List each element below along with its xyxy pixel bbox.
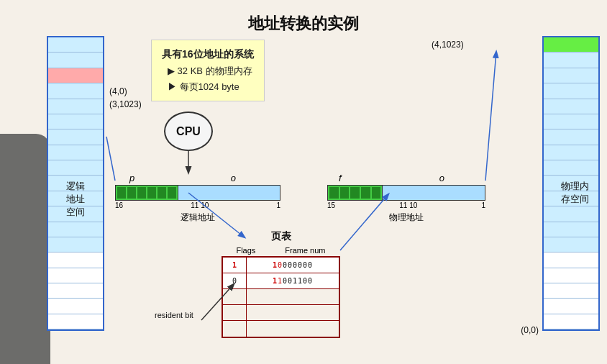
col-frame-label: Frame num bbox=[285, 246, 325, 255]
logic-bar-numbers: 16 11 10 1 bbox=[115, 201, 280, 209]
phys-bar-o-segment bbox=[383, 186, 485, 200]
logical-addr-label: 逻辑地址 bbox=[115, 211, 280, 224]
physical-space-label: 物理内存空间 bbox=[552, 180, 598, 206]
svg-line-1 bbox=[106, 137, 115, 181]
page-table-title: 页表 bbox=[222, 230, 340, 243]
phys-bar-f-segment bbox=[328, 186, 383, 200]
pt-cell-frame-3 bbox=[247, 305, 339, 320]
table-row: 0 11001100 bbox=[223, 273, 339, 289]
svg-line-4 bbox=[485, 52, 496, 181]
pt-cell-frame-0: 10000000 bbox=[247, 258, 339, 273]
phys-bar bbox=[327, 185, 485, 201]
person-silhouette bbox=[0, 134, 50, 364]
page-title: 地址转换的实例 bbox=[248, 13, 359, 35]
col-flags-label: Flags bbox=[236, 246, 255, 255]
pt-cell-flag-0: 1 bbox=[223, 258, 247, 273]
page-table-container: 页表 Flags Frame num 1 10000000 0 11001100 bbox=[222, 230, 340, 338]
info-bullet1: ▶ 32 KB 的物理内存 bbox=[162, 63, 254, 79]
table-row: 1 10000000 bbox=[223, 258, 339, 273]
info-box: 具有16位地址的系统 ▶ 32 KB 的物理内存 ▶ 每页1024 byte bbox=[151, 40, 265, 101]
addr-top-left1: (4,0) bbox=[109, 86, 127, 96]
pt-cell-flag-4 bbox=[223, 321, 247, 337]
table-row bbox=[223, 305, 339, 321]
logic-bar-p-label: p bbox=[129, 173, 134, 183]
addr-top-right: (4,1023) bbox=[432, 40, 464, 50]
slide: 地址转换的实例 具有16位地址的系统 ▶ 32 KB 的物理内存 ▶ 每页102… bbox=[0, 0, 607, 364]
physical-address-bar: f o 15 11 10 1 物理地址 bbox=[327, 173, 485, 224]
info-bullet2: ▶ 每页1024 byte bbox=[162, 79, 254, 95]
cpu-circle: CPU bbox=[164, 112, 213, 151]
logic-bar-o-segment bbox=[178, 186, 280, 200]
phys-bar-f-label: f bbox=[339, 173, 342, 183]
table-row bbox=[223, 289, 339, 305]
cpu-label: CPU bbox=[176, 125, 201, 138]
logic-bar bbox=[115, 185, 280, 201]
pt-cell-frame-2 bbox=[247, 289, 339, 304]
logic-bar-o-label: o bbox=[231, 173, 236, 183]
pt-cell-flag-1: 0 bbox=[223, 273, 247, 288]
pt-cell-frame-1: 11001100 bbox=[247, 273, 339, 288]
phys-bar-numbers: 15 11 10 1 bbox=[327, 201, 485, 209]
info-main-line: 具有16位地址的系统 bbox=[162, 46, 254, 63]
addr-bottom-right: (0,0) bbox=[521, 325, 539, 335]
pt-cell-frame-4 bbox=[247, 321, 339, 337]
addr-top-left2: (3,1023) bbox=[109, 99, 142, 109]
table-row bbox=[223, 321, 339, 337]
page-table: 1 10000000 0 11001100 bbox=[222, 256, 340, 338]
logical-space-label: 逻辑地址空间 bbox=[54, 180, 97, 219]
pt-cell-flag-3 bbox=[223, 305, 247, 320]
physical-addr-label: 物理地址 bbox=[327, 211, 485, 224]
pt-cell-flag-2 bbox=[223, 289, 247, 304]
page-table-header: Flags Frame num bbox=[222, 246, 340, 255]
resident-bit-label: resident bit bbox=[155, 311, 193, 319]
logical-address-bar: p o 16 11 10 1 逻辑地址 bbox=[115, 173, 280, 224]
phys-bar-o-label: o bbox=[439, 173, 444, 183]
logic-bar-p-segment bbox=[116, 186, 178, 200]
